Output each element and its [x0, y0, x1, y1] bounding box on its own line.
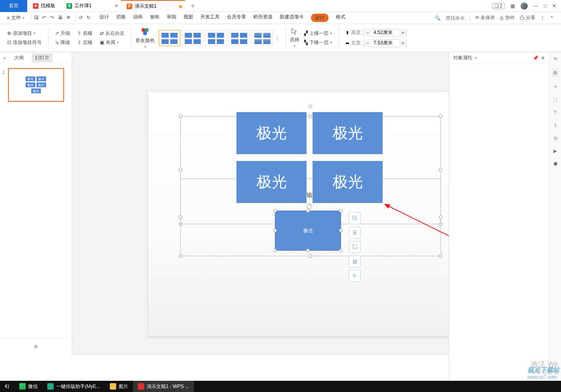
shape-5-selected[interactable]: 极光: [275, 211, 341, 251]
layout-option-2[interactable]: ☱: [349, 227, 361, 239]
tab-templates[interactable]: ✦找模板: [27, 0, 61, 12]
close-icon[interactable]: ✕: [552, 3, 556, 9]
menu-newtab[interactable]: 新建选项卡: [280, 14, 304, 22]
shape-1[interactable]: 极光: [236, 112, 307, 154]
rotate-handle-icon[interactable]: [307, 203, 312, 209]
rail-settings-icon[interactable]: ⚙: [552, 69, 559, 77]
width-inc[interactable]: +: [399, 39, 406, 47]
layout-button[interactable]: ▣ 布局 ▾: [100, 39, 125, 46]
menu-review[interactable]: 审阅: [167, 14, 176, 22]
shape-3[interactable]: 极光: [236, 161, 307, 203]
layout-option-1[interactable]: ⿻: [349, 212, 361, 224]
window-badge[interactable]: ❏2: [492, 3, 505, 9]
collapse-panel-icon[interactable]: «: [3, 55, 6, 61]
unsaved-button[interactable]: ⟳ 未保存: [475, 14, 495, 21]
task-pin[interactable]: 钉: [0, 381, 14, 392]
layout-option-3[interactable]: ⿺: [349, 241, 361, 253]
add-slide-button[interactable]: +: [0, 338, 72, 355]
maximize-icon[interactable]: □: [544, 3, 547, 9]
rail-cube-icon[interactable]: ⬢: [553, 161, 557, 167]
outline-tab[interactable]: 大纲: [11, 53, 27, 62]
layout-option-4[interactable]: ▤: [349, 255, 361, 267]
height-dec[interactable]: −: [364, 29, 371, 37]
tab-presentation[interactable]: P演示文稿1: [121, 0, 185, 12]
collapse-ribbon-icon[interactable]: ⌃: [550, 15, 554, 21]
menu-view[interactable]: 视图: [184, 14, 193, 22]
file-menu[interactable]: ≡ 文件 ▾: [3, 13, 28, 23]
width-input[interactable]: [371, 40, 399, 46]
ribbon: ⊕ 添加项目 ▾ ⊡ 添加项目符号 ↗ 升级 ↘ 降级 ⇧ 前移 ⇩ 后移 ⇄ …: [0, 24, 561, 52]
shape-2[interactable]: 极光: [313, 112, 383, 154]
send-backward-button[interactable]: ▚ 下移一层 ▾: [304, 39, 332, 46]
rail-help-icon[interactable]: ?: [554, 110, 557, 115]
tab-home[interactable]: 首页: [0, 0, 27, 12]
task-myeclipse[interactable]: 一键排版助手(MyE...: [42, 381, 105, 392]
site-watermark: 极光下载站 www.xz7.com: [527, 366, 559, 380]
add-symbol-button[interactable]: ⊡ 添加项目符号: [7, 39, 42, 46]
pin-icon[interactable]: 📌: [533, 55, 539, 61]
menu-animation[interactable]: 动画: [133, 14, 143, 22]
menu-more-icon[interactable]: ︙: [540, 15, 545, 21]
menu-design[interactable]: 设计: [99, 14, 109, 22]
apps-icon[interactable]: ▦: [511, 3, 515, 9]
task-pictures[interactable]: 图片: [105, 381, 133, 392]
change-color-button[interactable]: 更改颜色▾: [135, 27, 155, 49]
rail-share-icon[interactable]: ⇪: [553, 123, 557, 128]
eyedropper-button[interactable]: ✎: [349, 270, 361, 282]
task-wechat[interactable]: 微信: [14, 381, 42, 392]
minimize-icon[interactable]: —: [533, 3, 538, 9]
slide-thumb-1[interactable]: 1 极光极光 极光极光 极光: [8, 68, 64, 102]
undo-icon[interactable]: ↶: [42, 15, 48, 21]
style-5[interactable]: [252, 30, 273, 46]
share-button[interactable]: 凸 分享: [520, 14, 535, 21]
menu-transition[interactable]: 切换: [116, 14, 126, 22]
rail-loc-icon[interactable]: ◎: [553, 135, 557, 141]
avatar[interactable]: [521, 2, 528, 10]
style-3[interactable]: [205, 30, 227, 46]
save-icon[interactable]: 🖫: [34, 15, 40, 21]
rail-play-icon[interactable]: ▶: [553, 148, 557, 154]
style-1[interactable]: [159, 30, 180, 46]
menu-resources[interactable]: 稻壳资源: [253, 14, 272, 22]
tab-add[interactable]: +: [185, 0, 197, 12]
forward-icon[interactable]: ↻: [87, 15, 93, 21]
task-wps[interactable]: 演示文稿1 - WPS ...: [133, 381, 194, 392]
rtl-button[interactable]: ⇄ 从右向左: [100, 30, 125, 37]
cursor-icon: [291, 28, 299, 36]
promote-button[interactable]: ↗ 升级: [55, 30, 70, 37]
slides-tab[interactable]: 幻灯片: [32, 53, 52, 62]
menu-design-pill[interactable]: 设计: [311, 14, 329, 22]
slide[interactable]: 极光 极光 极光 极光 极光 输 ⿻ ☱ ⿺ ▤ ✎: [148, 92, 473, 336]
select-button[interactable]: 选择▾: [290, 28, 299, 48]
add-item-button[interactable]: ⊕ 添加项目 ▾: [7, 30, 42, 37]
search-input[interactable]: [446, 15, 470, 21]
preview-icon[interactable]: 👁: [66, 15, 73, 21]
back-icon[interactable]: ↺: [79, 15, 85, 21]
demote-button[interactable]: ↘ 降级: [55, 39, 70, 46]
height-inc[interactable]: +: [399, 29, 406, 37]
coop-button[interactable]: ௹ 协作: [500, 14, 515, 21]
search-icon[interactable]: 🔍: [435, 15, 441, 21]
move-before-button[interactable]: ⇧ 前移: [77, 30, 93, 37]
shape-4[interactable]: 极光: [313, 161, 383, 203]
menu-devtools[interactable]: 开发工具: [200, 14, 220, 22]
bring-forward-button[interactable]: ▞ 上移一层 ▾: [304, 30, 332, 37]
close-panel-icon[interactable]: ✕: [541, 55, 545, 61]
print-icon[interactable]: 🖶: [58, 15, 65, 21]
title-bar: 首页 ✦找模板 S工作簿1 P演示文稿1 + ❏2 ▦ — □ ✕: [0, 0, 561, 12]
style-2[interactable]: [182, 30, 204, 46]
width-dec[interactable]: −: [364, 39, 371, 47]
menu-vip[interactable]: 会员专享: [227, 14, 246, 22]
gallery-more-icon[interactable]: ⋮: [275, 35, 280, 41]
menu-slideshow[interactable]: 放映: [150, 14, 159, 22]
tab-workbook[interactable]: S工作簿1: [61, 0, 121, 12]
move-after-button[interactable]: ⇩ 后移: [77, 39, 93, 46]
height-input[interactable]: [371, 30, 399, 36]
menu-format[interactable]: 格式: [336, 14, 345, 22]
rail-screen-icon[interactable]: ⬚: [553, 97, 557, 103]
redo-icon[interactable]: ↷: [50, 15, 57, 21]
style-4[interactable]: [228, 30, 250, 46]
rail-star-icon[interactable]: ✧: [553, 84, 557, 90]
rail-new-icon[interactable]: ⟲: [553, 56, 557, 62]
properties-title: 对象属性: [453, 54, 472, 61]
